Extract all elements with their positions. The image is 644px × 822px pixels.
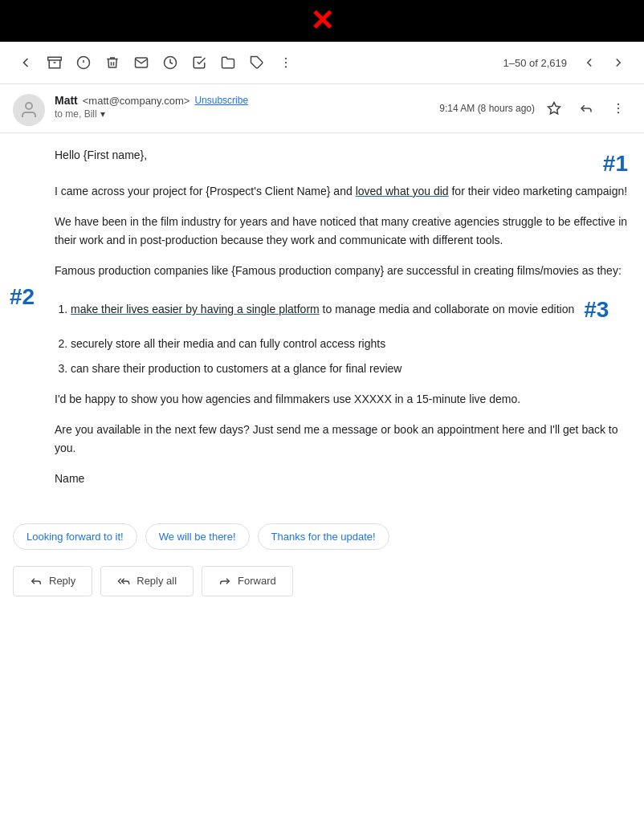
unsubscribe-link[interactable]: Unsubscribe	[194, 95, 248, 106]
email-meta: Matt <matt@company.com> Unsubscribe to m…	[55, 94, 439, 120]
paragraph-1-text: I came across your project for {Prospect…	[55, 185, 356, 197]
reply-all-label: Reply all	[137, 575, 177, 587]
svg-point-8	[285, 62, 287, 63]
email-to-text: to me, Bill	[55, 108, 97, 120]
sign-off: Name	[55, 470, 628, 487]
svg-point-7	[285, 58, 287, 59]
paragraph-2: We have been in the film industry for ye…	[55, 213, 628, 249]
list-item-3: can share their production to customers …	[71, 360, 628, 377]
list-item-1-underline: make their lives easier by having a sing…	[71, 303, 320, 315]
forward-icon	[218, 575, 231, 588]
forward-label: Forward	[238, 575, 276, 587]
list-item-1: make their lives easier by having a sing…	[71, 292, 628, 328]
reply-label: Reply	[49, 575, 75, 587]
email-header: Matt <matt@company.com> Unsubscribe to m…	[0, 84, 644, 133]
paragraph-1: I came across your project for {Prospect…	[55, 182, 628, 200]
annotation-3: #3	[584, 297, 609, 322]
list-item-1-end: to manage media and collaborate on movie…	[320, 303, 575, 315]
reply-icon	[30, 575, 43, 588]
top-bar: ✕	[0, 0, 644, 42]
next-email-button[interactable]	[605, 50, 631, 75]
paragraph-3: Famous production companies like {Famous…	[55, 262, 628, 279]
close-icon[interactable]: ✕	[310, 6, 334, 35]
smart-reply-row: Looking forward to it! We will be there!…	[0, 514, 644, 560]
svg-rect-0	[48, 57, 62, 60]
svg-point-13	[618, 108, 619, 109]
reply-button[interactable]: Reply	[13, 566, 92, 596]
paragraph-4: I'd be happy to show you how agencies an…	[55, 390, 628, 408]
list-item-2: securely store all their media and can f…	[71, 335, 628, 352]
annotation-2: #2	[10, 279, 35, 315]
annotation-1: #1	[587, 146, 628, 182]
email-time-row: 9:14 AM (8 hours ago)	[439, 96, 631, 121]
greeting: Hello {First name},	[55, 146, 147, 164]
sender-row: Matt <matt@company.com> Unsubscribe	[55, 94, 439, 107]
list-section: #2 Famous production companies like {Fam…	[55, 262, 628, 377]
more-actions-button[interactable]	[273, 50, 299, 75]
star-button[interactable]	[541, 96, 567, 121]
email-button[interactable]	[128, 50, 154, 75]
delete-button[interactable]	[100, 50, 125, 75]
smart-reply-3[interactable]: Thanks for the update!	[258, 523, 389, 550]
label-button[interactable]	[244, 50, 270, 75]
avatar	[13, 94, 45, 126]
action-row: Reply Reply all Forward	[0, 560, 644, 612]
back-button[interactable]	[13, 50, 39, 75]
prev-email-button[interactable]	[577, 50, 602, 75]
reply-all-button[interactable]: Reply all	[100, 566, 194, 596]
smart-reply-2[interactable]: We will be there!	[145, 523, 250, 550]
paragraph-1-link: loved what you did	[356, 185, 449, 197]
pagination-label: 1–50 of 2,619	[503, 57, 567, 69]
svg-point-10	[26, 103, 32, 109]
svg-marker-11	[548, 103, 560, 114]
archive-button[interactable]	[42, 50, 67, 75]
email-to-row: to me, Bill ▾	[55, 108, 439, 120]
paragraph-5: Are you available in the next few days? …	[55, 421, 628, 457]
email-body: Hello {First name}, #1 I came across you…	[0, 133, 644, 514]
add-task-button[interactable]	[186, 50, 212, 75]
svg-point-9	[285, 66, 287, 67]
move-to-button[interactable]	[215, 50, 241, 75]
feature-list: make their lives easier by having a sing…	[71, 292, 628, 377]
svg-point-12	[618, 104, 619, 105]
more-email-button[interactable]	[605, 96, 631, 121]
reply-header-button[interactable]	[573, 96, 599, 121]
spam-button[interactable]	[71, 50, 96, 75]
expand-recipients-button[interactable]: ▾	[100, 108, 105, 120]
email-timestamp: 9:14 AM (8 hours ago)	[439, 103, 535, 114]
reply-all-icon	[117, 575, 130, 588]
paragraph-1-end: for their video marketing campaign!	[449, 185, 628, 197]
sender-name: Matt	[55, 94, 78, 107]
snooze-button[interactable]	[157, 50, 183, 75]
toolbar: 1–50 of 2,619	[0, 42, 644, 84]
svg-point-14	[618, 112, 619, 113]
forward-button[interactable]: Forward	[202, 566, 293, 596]
sender-email: <matt@company.com>	[83, 95, 190, 107]
smart-reply-1[interactable]: Looking forward to it!	[13, 523, 137, 550]
